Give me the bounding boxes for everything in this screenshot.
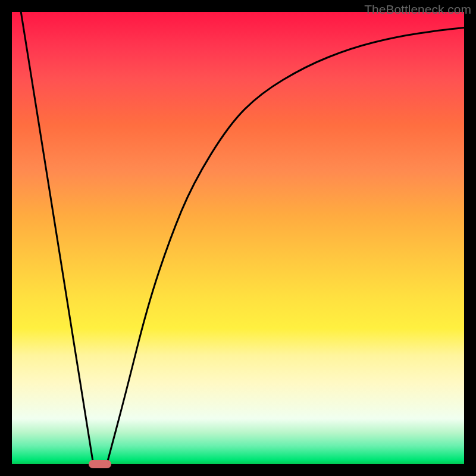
- watermark-text: TheBottleneck.com: [364, 2, 471, 17]
- optimal-marker: [89, 460, 111, 468]
- bottleneck-curve: [12, 12, 464, 464]
- chart-container: TheBottleneck.com: [0, 0, 476, 476]
